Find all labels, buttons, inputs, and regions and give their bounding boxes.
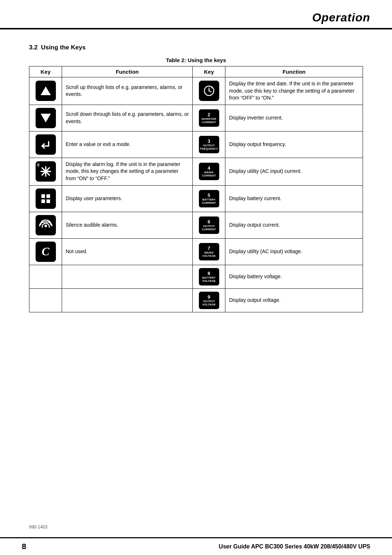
left-func-cell: Display user parameters. <box>62 185 193 212</box>
svg-rect-14 <box>46 199 50 203</box>
right-func-cell: Display output frequency. <box>225 131 363 158</box>
table-row: CNot used. 7 MAINS VOLTAGE Display utili… <box>29 238 363 265</box>
right-func-cell: Display utility (AC input) voltage. <box>225 238 363 265</box>
svg-marker-0 <box>41 86 51 95</box>
left-func-cell: Not used. <box>62 238 193 265</box>
keys-table: Key Function Key Function Scroll up thro… <box>29 66 363 312</box>
right-func-cell: Display inverter current. <box>225 105 363 131</box>
svg-point-4 <box>208 90 209 92</box>
left-func-cell <box>62 265 193 288</box>
col-header-func1: Function <box>62 66 193 77</box>
right-key-cell: 9 OUTPUT VOLTAGE <box>193 288 225 312</box>
left-func-cell: Display the alarm log. If the unit is in… <box>62 158 193 185</box>
table-row: Silence audible alarms. 6 OUTPUT CURRENT… <box>29 212 363 238</box>
left-func-cell <box>62 288 193 312</box>
col-header-func2: Function <box>225 66 363 77</box>
left-key-cell <box>29 77 62 105</box>
table-row: Scroll up through lists of e.g. paramete… <box>29 77 363 105</box>
svg-point-15 <box>44 224 47 227</box>
table-row: Display user parameters. 5 BATTERY CURRE… <box>29 185 363 212</box>
right-key-cell: 8 BATTERY VOLTAGE <box>193 265 225 288</box>
table-row: 9 OUTPUT VOLTAGE Display output voltage. <box>29 288 363 312</box>
left-func-cell: Enter a value or exit a mode. <box>62 131 193 158</box>
left-func-cell: Scroll up through lists of e.g. paramete… <box>62 77 193 105</box>
left-key-cell <box>29 105 62 131</box>
svg-text:1: 1 <box>211 86 212 89</box>
right-func-cell: Display the time and date. If the unit i… <box>225 77 363 105</box>
svg-rect-12 <box>46 194 50 198</box>
right-key-cell: 7 MAINS VOLTAGE <box>193 238 225 265</box>
right-func-cell: Display battery voltage. <box>225 265 363 288</box>
col-header-key2: Key <box>193 66 225 77</box>
left-key-cell <box>29 131 62 158</box>
right-key-cell: 3 OUTPUT FREQUENCY <box>193 131 225 158</box>
svg-marker-6 <box>41 114 51 122</box>
left-key-cell <box>29 185 62 212</box>
section-heading: 3.2 Using the Keys <box>29 44 363 51</box>
page-header: Operation <box>0 0 392 29</box>
right-func-cell: Display output voltage. <box>225 288 363 312</box>
right-key-cell: 6 OUTPUT CURRENT <box>193 212 225 238</box>
right-key-cell: 4 MAINS CURRENT <box>193 158 225 185</box>
footer-doc-title: User Guide APC BC300 Series 40kW 208/450… <box>219 543 370 550</box>
col-header-key1: Key <box>29 66 62 77</box>
table-row: Enter a value or exit a mode. 3 OUTPUT F… <box>29 131 363 158</box>
right-func-cell: Display utility (AC input) current. <box>225 158 363 185</box>
svg-rect-11 <box>41 194 45 198</box>
content-area: 3.2 Using the Keys Table 2: Using the ke… <box>0 29 392 320</box>
table-title: Table 2: Using the keys <box>29 57 363 63</box>
page-footer: 8 User Guide APC BC300 Series 40kW 208/4… <box>0 537 392 555</box>
right-key-cell: 2 INVERTER CURRENT <box>193 105 225 131</box>
doc-number: 990-1403 <box>29 524 48 530</box>
table-row: Scroll down through lists of e.g. parame… <box>29 105 363 131</box>
left-key-cell <box>29 212 62 238</box>
left-key-cell <box>29 288 62 312</box>
left-key-cell: C <box>29 238 62 265</box>
left-func-cell: Silence audible alarms. <box>62 212 193 238</box>
right-func-cell: Display output current. <box>225 212 363 238</box>
left-func-cell: Scroll down through lists of e.g. parame… <box>62 105 193 131</box>
right-key-cell: 1 <box>193 77 225 105</box>
page-title: Operation <box>312 11 370 24</box>
left-key-cell: 0 <box>29 158 62 185</box>
right-func-cell: Display battery current. <box>225 185 363 212</box>
svg-rect-13 <box>41 199 45 203</box>
table-row: 8 BATTERY VOLTAGE Display battery voltag… <box>29 265 363 288</box>
right-key-cell: 5 BATTERY CURRENT <box>193 185 225 212</box>
footer-page-number: 8 <box>22 542 26 551</box>
table-row: 0 Display the alarm log. If the unit is … <box>29 158 363 185</box>
left-key-cell <box>29 265 62 288</box>
